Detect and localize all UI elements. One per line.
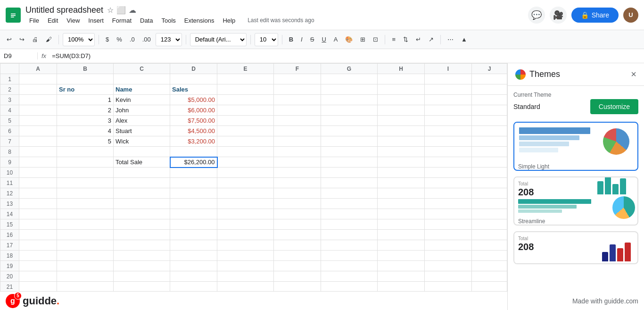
cell-i5[interactable] (425, 116, 472, 126)
cell-b7[interactable]: 5 (57, 136, 114, 147)
cell-b6[interactable]: 4 (57, 126, 114, 136)
cell-c9[interactable]: Total Sale (114, 157, 170, 168)
cell-j7[interactable] (472, 136, 507, 147)
cell-h8[interactable] (378, 147, 425, 157)
col-header-A[interactable]: A (19, 64, 57, 74)
col-header-C[interactable]: C (114, 64, 170, 74)
cell-b3[interactable]: 1 (57, 95, 114, 105)
cell-a1[interactable] (19, 74, 57, 84)
cell-h3[interactable] (378, 95, 425, 105)
cell-g2[interactable] (321, 84, 378, 95)
percent-button[interactable]: % (114, 33, 125, 46)
menu-edit[interactable]: Edit (44, 16, 62, 25)
cell-i6[interactable] (425, 126, 472, 136)
cell-f3[interactable] (274, 95, 321, 105)
cell-f4[interactable] (274, 105, 321, 116)
comment-button[interactable]: 💬 (528, 7, 545, 24)
cell-b9[interactable] (57, 157, 114, 168)
cell-a5[interactable] (19, 116, 57, 126)
cell-h2[interactable] (378, 84, 425, 95)
font-family-select[interactable]: Default (Ari... (190, 33, 247, 46)
cloud-icon[interactable]: ☁ (129, 6, 136, 15)
cell-e8[interactable] (217, 147, 274, 157)
cell-g7[interactable] (321, 136, 378, 147)
cell-g9[interactable] (321, 157, 378, 168)
cell-d2[interactable]: Sales (170, 84, 217, 95)
cell-i7[interactable] (425, 136, 472, 147)
cell-c3[interactable]: Kevin (114, 95, 170, 105)
cell-e9[interactable] (217, 157, 274, 168)
redo-button[interactable]: ↪ (17, 33, 27, 46)
cell-d6[interactable]: $4,500.00 (170, 126, 217, 136)
menu-data[interactable]: Data (136, 16, 157, 25)
cell-d9[interactable]: $26,200.00 (170, 157, 217, 168)
cell-i4[interactable] (425, 105, 472, 116)
cell-h9[interactable] (378, 157, 425, 168)
menu-format[interactable]: Format (108, 16, 135, 25)
cell-g1[interactable] (321, 74, 378, 84)
customize-button[interactable]: Customize (590, 99, 638, 114)
print-button[interactable]: 🖨 (29, 33, 41, 46)
col-header-H[interactable]: H (378, 64, 425, 74)
col-header-E[interactable]: E (217, 64, 274, 74)
cell-b1[interactable] (57, 74, 114, 84)
cell-a9[interactable] (19, 157, 57, 168)
avatar[interactable]: U (623, 8, 638, 23)
cell-e1[interactable] (217, 74, 274, 84)
cell-d8[interactable] (170, 147, 217, 157)
cell-h6[interactable] (378, 126, 425, 136)
cell-a7[interactable] (19, 136, 57, 147)
cell-c2[interactable]: Name (114, 84, 170, 95)
theme-card-simple-light[interactable]: Simple Light (513, 122, 638, 171)
meet-button[interactable]: 🎥 (550, 7, 567, 24)
cell-f6[interactable] (274, 126, 321, 136)
cell-reference[interactable]: D9 (0, 52, 38, 59)
formula-input[interactable] (50, 52, 644, 59)
col-header-G[interactable]: G (321, 64, 378, 74)
cell-b2[interactable]: Sr no (57, 84, 114, 95)
cell-f1[interactable] (274, 74, 321, 84)
cell-f5[interactable] (274, 116, 321, 126)
wrap-button[interactable]: ↵ (413, 33, 424, 46)
cell-i1[interactable] (425, 74, 472, 84)
cell-e7[interactable] (217, 136, 274, 147)
cell-j6[interactable] (472, 126, 507, 136)
cell-j3[interactable] (472, 95, 507, 105)
zoom-select[interactable]: 100% (63, 33, 95, 46)
cell-d7[interactable]: $3,200.00 (170, 136, 217, 147)
cell-h5[interactable] (378, 116, 425, 126)
currency-button[interactable]: $ (103, 33, 112, 46)
cell-g4[interactable] (321, 105, 378, 116)
cell-j5[interactable] (472, 116, 507, 126)
cell-c6[interactable]: Stuart (114, 126, 170, 136)
font-size-select[interactable]: 10 (255, 33, 278, 46)
menu-help[interactable]: Help (219, 16, 239, 25)
cell-b5[interactable]: 3 (57, 116, 114, 126)
cell-f9[interactable] (274, 157, 321, 168)
text-color-button[interactable]: A (331, 33, 341, 46)
cell-j4[interactable] (472, 105, 507, 116)
cell-d4[interactable]: $6,000.00 (170, 105, 217, 116)
rotate-button[interactable]: ↗ (426, 33, 437, 46)
cell-e2[interactable] (217, 84, 274, 95)
cell-g5[interactable] (321, 116, 378, 126)
collapse-button[interactable]: ▲ (458, 33, 470, 46)
merge-button[interactable]: ⊡ (370, 33, 381, 46)
cell-g3[interactable] (321, 95, 378, 105)
close-panel-button[interactable]: × (631, 69, 636, 80)
cell-h4[interactable] (378, 105, 425, 116)
bold-button[interactable]: B (286, 33, 296, 46)
menu-insert[interactable]: Insert (84, 16, 107, 25)
cell-a3[interactable] (19, 95, 57, 105)
cell-j9[interactable] (472, 157, 507, 168)
menu-view[interactable]: View (63, 16, 83, 25)
cell-g6[interactable] (321, 126, 378, 136)
star-icon[interactable]: ☆ (107, 6, 114, 15)
cell-j1[interactable] (472, 74, 507, 84)
cell-c8[interactable] (114, 147, 170, 157)
cell-h1[interactable] (378, 74, 425, 84)
align-button[interactable]: ≡ (389, 33, 398, 46)
cell-j2[interactable] (472, 84, 507, 95)
cell-d1[interactable] (170, 74, 217, 84)
cell-a6[interactable] (19, 126, 57, 136)
